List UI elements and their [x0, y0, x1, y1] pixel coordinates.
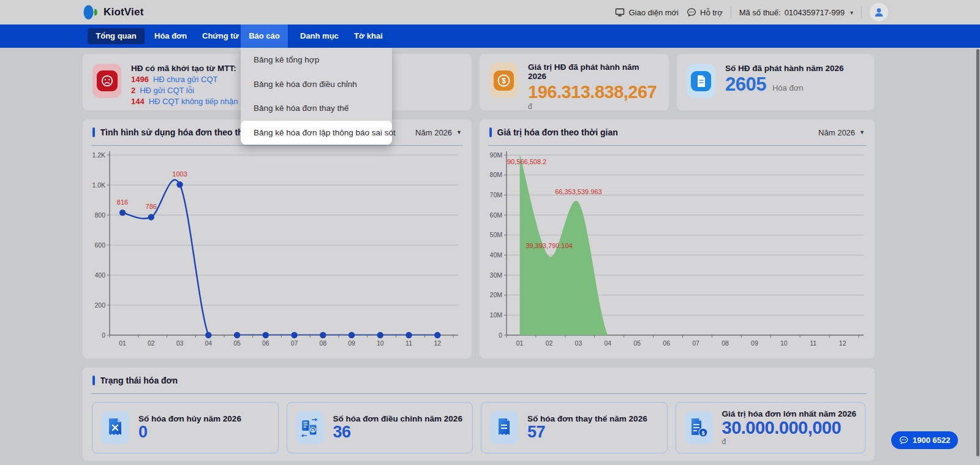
new-ui-button[interactable]: Giao diện mới [615, 7, 679, 17]
user-avatar[interactable] [870, 3, 888, 21]
brand-name: KiotViet [104, 6, 144, 18]
issued-value-card: $ Giá trị HĐ đã phát hành năm 2026 196.3… [480, 54, 669, 110]
nav-tab-chung-tu[interactable]: Chứng từ [202, 25, 239, 48]
nav-tab-hoa-don[interactable]: Hóa đơn [154, 25, 187, 48]
new-ui-label: Giao diện mới [628, 8, 679, 17]
coin-dollar-icon: $ [494, 70, 514, 91]
invoice-cancel-icon [105, 417, 125, 439]
card-text: Số hóa đơn điều chỉnh năm 2026 36 [333, 414, 462, 442]
value-chart-title: Giá trị hóa đơn theo thời gian [497, 127, 819, 137]
nav-tab-bao-cao[interactable]: Báo cáo [241, 25, 288, 48]
hotline-button[interactable]: 1900 6522 [891, 431, 958, 449]
svg-text:786: 786 [146, 203, 157, 210]
monitor-icon [615, 7, 625, 17]
mtt-text-block: HĐ có mã khởi tạo từ MTT: 1496HĐ chưa gử… [131, 64, 238, 106]
report-dropdown-menu: Bảng kê tổng hợp Bảng kê hóa đơn điều ch… [241, 48, 392, 145]
usage-period-selector[interactable]: Năm 2026 ▼ [415, 128, 462, 137]
value-area-chart: 90M80M70M60M50M40M30M20M10M0010203040506… [483, 148, 869, 355]
svg-text:600: 600 [94, 241, 105, 249]
issued-value-unit: đ [528, 102, 659, 111]
cancelled-invoices-card: Số hóa đơn hủy năm 2026 0 [92, 402, 279, 453]
replaced-invoices-card: Số hóa đơn thay thế năm 2026 57 [481, 402, 668, 453]
card-text: Số hóa đơn hủy năm 2026 0 [138, 414, 241, 442]
accent-bar [489, 127, 492, 137]
mtt-row-link[interactable]: HĐ chưa gửi CQT [153, 75, 218, 84]
mtt-row: 1496HĐ chưa gửi CQT [131, 75, 238, 84]
tax-code-selector[interactable]: Mã số thuế: 0104359717-999 ▾ [739, 8, 853, 17]
svg-text:1003: 1003 [172, 170, 187, 178]
issued-count-text: Số HĐ đã phát hành năm 2026 2605Hóa đơn [725, 64, 844, 98]
invoice-replace-tile [490, 411, 518, 444]
menu-item-bang-ke-thay-the[interactable]: Bảng kê hóa đơn thay thế [241, 96, 392, 121]
svg-text:01: 01 [516, 339, 524, 347]
usage-line-chart: 1.2K1.0K80060040020000102030405060708091… [86, 148, 463, 355]
invoice-adjust-tile: $ [296, 411, 324, 444]
issued-value-text: Giá trị HĐ đã phát hành năm 2026 196.313… [528, 62, 659, 111]
menu-item-bang-ke-dieu-chinh[interactable]: Bảng kê hóa đơn điều chỉnh [241, 72, 392, 97]
kiotviet-logo[interactable]: KiotViet [83, 4, 144, 21]
mtt-row-link[interactable]: HĐ CQT không tiếp nhận [149, 97, 238, 106]
svg-text:1.2K: 1.2K [92, 151, 105, 159]
divider [861, 6, 862, 18]
svg-text:400: 400 [94, 271, 105, 279]
invoice-adjust-icon: $ [300, 417, 320, 439]
status-card-title: Số hóa đơn hủy năm 2026 [138, 414, 241, 423]
menu-item-bang-ke-sai-sot[interactable]: Bảng kê hóa đơn lập thông báo sai sót [241, 121, 392, 145]
status-card-value: 30.000.000,000 [722, 418, 857, 438]
svg-text:02: 02 [148, 339, 155, 347]
tax-code: 0104359717-999 [785, 8, 845, 17]
svg-text:12: 12 [839, 339, 846, 347]
svg-text:0: 0 [102, 331, 105, 339]
accent-bar [92, 127, 95, 137]
status-card-title: Số hóa đơn điều chỉnh năm 2026 [333, 414, 462, 423]
nav-tab-danh-muc[interactable]: Danh mục [300, 25, 339, 48]
svg-text:20M: 20M [490, 291, 502, 298]
mtt-card-title: HĐ có mã khởi tạo từ MTT: [131, 64, 238, 73]
person-icon [873, 7, 884, 18]
mtt-row-value: 144 [131, 97, 145, 106]
mtt-row-link[interactable]: HĐ gửi CQT lỗi [140, 86, 194, 95]
chat-icon [687, 7, 696, 17]
value-period-value: Năm 2026 [818, 128, 855, 137]
divider [488, 145, 866, 146]
sad-face-icon [97, 70, 118, 91]
value-period-selector[interactable]: Năm 2026 ▼ [818, 128, 865, 137]
main-navbar: Tổng quan Hóa đơn Chứng từ Báo cáo Danh … [0, 25, 980, 48]
svg-text:70M: 70M [490, 191, 502, 198]
card-text: Số hóa đơn thay thế năm 2026 57 [527, 414, 647, 442]
issued-count-card: Số HĐ đã phát hành năm 2026 2605Hóa đơn [677, 54, 874, 110]
svg-text:90,566,508.2: 90,566,508.2 [507, 158, 546, 165]
menu-item-bang-ke-tong-hop[interactable]: Bảng kê tổng hợp [241, 48, 392, 72]
status-card-title: Số hóa đơn thay thế năm 2026 [527, 414, 647, 423]
svg-text:03: 03 [176, 339, 184, 347]
svg-text:10: 10 [780, 339, 788, 347]
svg-text:08: 08 [319, 339, 326, 347]
svg-text:06: 06 [663, 339, 670, 347]
card-text: Giá trị hóa đơn lớn nhất năm 2026 30.000… [722, 409, 857, 447]
svg-text:05: 05 [233, 339, 241, 347]
svg-text:50M: 50M [490, 231, 502, 238]
status-panel-title: Trạng thái hóa đơn [100, 376, 865, 385]
svg-text:10: 10 [377, 339, 384, 347]
svg-text:$: $ [502, 77, 506, 85]
divider [91, 393, 866, 394]
scrollbar-thumb[interactable] [976, 49, 979, 456]
svg-text:$: $ [701, 430, 704, 436]
support-button[interactable]: Hỗ trợ [687, 7, 723, 17]
svg-text:39,393,790.104: 39,393,790.104 [526, 242, 572, 249]
invoice-status-panel: Trạng thái hóa đơn Số hóa đơn hủy năm 20… [83, 368, 875, 461]
nav-tab-tong-quan[interactable]: Tổng quan [88, 28, 145, 44]
max-invoice-value-card: $ Giá trị hóa đơn lớn nhất năm 2026 30.0… [676, 402, 866, 453]
svg-text:07: 07 [291, 339, 298, 347]
svg-text:$: $ [312, 428, 314, 433]
chevron-down-icon: ▼ [859, 129, 865, 135]
svg-text:04: 04 [604, 339, 611, 347]
invoice-money-icon: $ [688, 417, 709, 439]
status-card-title: Giá trị hóa đơn lớn nhất năm 2026 [722, 409, 857, 418]
svg-text:03: 03 [575, 339, 582, 347]
nav-tab-to-khai[interactable]: Tờ khai [354, 25, 383, 48]
support-label: Hỗ trợ [700, 8, 723, 17]
divider [731, 6, 731, 18]
status-card-unit: đ [722, 437, 857, 446]
chat-bubble-icon [899, 436, 908, 445]
